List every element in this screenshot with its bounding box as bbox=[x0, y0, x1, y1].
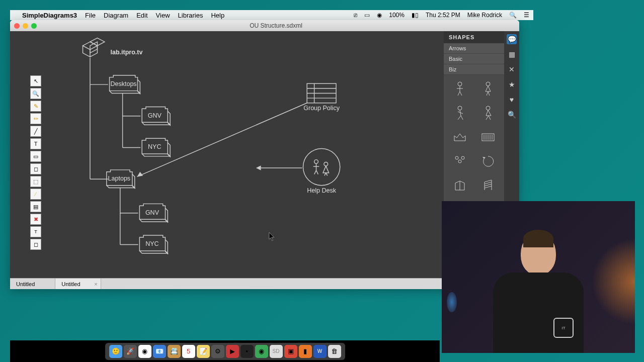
svg-text:NYC: NYC bbox=[148, 143, 161, 150]
shapes-title: SHAPES bbox=[444, 31, 504, 43]
node-nyc-desktops[interactable]: NYC bbox=[142, 138, 170, 157]
close-button[interactable] bbox=[14, 23, 20, 29]
shape-person-male[interactable] bbox=[448, 79, 472, 99]
datetime[interactable]: Thu 2:52 PM bbox=[426, 12, 460, 19]
dock-word[interactable]: W bbox=[313, 345, 327, 358]
panel-star-icon[interactable]: ★ bbox=[507, 79, 517, 89]
screenshare-icon[interactable]: ⎚ bbox=[354, 12, 357, 19]
misc-tool[interactable]: ◻ bbox=[30, 239, 41, 250]
ad-root-icon[interactable]: lab.itpro.tv bbox=[83, 38, 143, 57]
node-gnv-laptops[interactable]: GNV bbox=[139, 204, 168, 222]
svg-line-48 bbox=[489, 116, 491, 120]
dock-finder[interactable]: 🙂 bbox=[109, 345, 122, 358]
zoom-button[interactable] bbox=[31, 23, 37, 29]
app-name[interactable]: SimpleDiagrams3 bbox=[22, 12, 77, 19]
zoom-tool[interactable]: 🔍 bbox=[30, 88, 41, 99]
airplay-icon[interactable]: ▭ bbox=[364, 12, 370, 19]
svg-point-41 bbox=[458, 106, 462, 110]
node-laptops[interactable]: Laptops bbox=[107, 170, 135, 189]
panel-heart-icon[interactable]: ♥ bbox=[507, 95, 517, 105]
svg-line-27 bbox=[316, 170, 318, 174]
presenter-video: IT bbox=[442, 201, 635, 353]
shape-walking-male[interactable] bbox=[448, 103, 472, 123]
shape-person-female[interactable] bbox=[476, 79, 500, 99]
node-group-policy[interactable]: Group Policy bbox=[303, 83, 340, 112]
tab-0[interactable]: Untitled bbox=[10, 279, 55, 289]
cursor-icon bbox=[269, 232, 274, 240]
node-desktops[interactable]: Desktops bbox=[110, 75, 140, 94]
svg-line-40 bbox=[488, 92, 490, 96]
menu-view[interactable]: View bbox=[156, 12, 170, 19]
shape-building-2[interactable] bbox=[476, 175, 500, 196]
dock-chrome[interactable]: ◉ bbox=[138, 345, 151, 358]
svg-line-39 bbox=[487, 92, 488, 96]
titlebar[interactable]: OU Structure.sdxml bbox=[10, 20, 519, 31]
panel-chat-icon[interactable]: 💬 bbox=[507, 34, 517, 44]
svg-text:Desktops: Desktops bbox=[110, 80, 136, 87]
svg-text:GNV: GNV bbox=[148, 112, 162, 119]
menu-diagram[interactable]: Diagram bbox=[104, 12, 128, 19]
eraser-tool[interactable]: ∕ bbox=[30, 189, 41, 200]
dock-contacts[interactable]: 📇 bbox=[168, 345, 181, 358]
menu-libraries[interactable]: Libraries bbox=[178, 12, 203, 19]
node-gnv-desktops[interactable]: GNV bbox=[142, 107, 170, 125]
svg-point-33 bbox=[458, 82, 462, 86]
node-nyc-laptops[interactable]: NYC bbox=[139, 235, 168, 254]
marker-tool[interactable]: ✏ bbox=[30, 113, 41, 124]
menu-edit[interactable]: Edit bbox=[136, 12, 147, 19]
shape-cycle[interactable] bbox=[476, 151, 500, 171]
shape-crown[interactable] bbox=[448, 127, 472, 147]
menu-file[interactable]: File bbox=[85, 12, 96, 19]
wifi-icon[interactable]: ◉ bbox=[377, 12, 382, 19]
window-title: OU Structure.sdxml bbox=[37, 22, 515, 29]
dock-notes[interactable]: 📝 bbox=[197, 345, 210, 358]
shape-building-1[interactable] bbox=[448, 175, 472, 196]
shape-group[interactable] bbox=[448, 151, 472, 171]
card-tool[interactable]: ▤ bbox=[30, 201, 41, 212]
menu-help[interactable]: Help bbox=[211, 12, 224, 19]
svg-point-55 bbox=[455, 156, 458, 159]
dock-app-1[interactable]: ▶ bbox=[226, 345, 239, 358]
menu-icon[interactable]: ☰ bbox=[524, 12, 529, 19]
dock-calendar[interactable]: 5 bbox=[182, 345, 195, 358]
pointer-tool[interactable]: ↖ bbox=[30, 75, 41, 86]
user-name[interactable]: Mike Rodrick bbox=[467, 12, 502, 19]
svg-point-22 bbox=[303, 148, 340, 185]
node-help-desk[interactable]: Help Desk bbox=[303, 148, 340, 194]
pencil-tool[interactable]: ✎ bbox=[30, 101, 41, 112]
dock-simplediagrams[interactable]: SD bbox=[270, 345, 283, 358]
category-biz[interactable]: Biz bbox=[444, 64, 504, 75]
dock-outlook[interactable]: 📧 bbox=[153, 345, 166, 358]
category-basic[interactable]: Basic bbox=[444, 54, 504, 64]
diagram-canvas[interactable]: lab.itpro.tv bbox=[10, 31, 444, 264]
itpro-logo-icon: IT bbox=[553, 318, 574, 338]
shape-tool-2[interactable]: ◻ bbox=[30, 163, 41, 174]
red-tool[interactable]: ✖ bbox=[30, 214, 41, 225]
menubar: SimpleDiagrams3 File Diagram Edit View L… bbox=[10, 10, 533, 20]
dock-app-3[interactable]: ▣ bbox=[284, 345, 297, 358]
svg-text:Help Desk: Help Desk bbox=[307, 187, 336, 194]
shape-tool-3[interactable]: ⬚ bbox=[30, 176, 41, 187]
label-tool[interactable]: T bbox=[30, 226, 41, 237]
shape-tool-1[interactable]: ▭ bbox=[30, 151, 41, 162]
shape-walking-female[interactable] bbox=[476, 103, 500, 123]
dock-launchpad[interactable]: 🚀 bbox=[124, 345, 137, 358]
dock-app-4[interactable]: ▮ bbox=[299, 345, 312, 358]
panel-close-icon[interactable]: ✕ bbox=[507, 64, 517, 74]
dock-trash[interactable]: 🗑 bbox=[328, 345, 341, 358]
tab-1[interactable]: Untitled × bbox=[55, 279, 101, 289]
dock-settings[interactable]: ⚙ bbox=[211, 345, 224, 358]
shape-barcode[interactable] bbox=[476, 127, 500, 147]
svg-line-36 bbox=[458, 92, 460, 96]
left-toolbar: ↖ 🔍 ✎ ✏ ╱ T ▭ ◻ ⬚ ∕ ▤ ✖ T ◻ bbox=[30, 75, 42, 250]
line-tool[interactable]: ╱ bbox=[30, 126, 41, 137]
tab-close-icon[interactable]: × bbox=[94, 281, 97, 287]
minimize-button[interactable] bbox=[23, 23, 28, 29]
category-arrows[interactable]: Arrows bbox=[444, 43, 504, 54]
text-tool[interactable]: T bbox=[30, 138, 41, 149]
dock-app-2[interactable]: ◉ bbox=[255, 345, 268, 358]
spotlight-icon[interactable]: 🔍 bbox=[509, 12, 517, 19]
dock-terminal[interactable]: ▪ bbox=[240, 345, 254, 358]
panel-layers-icon[interactable]: ▦ bbox=[507, 49, 517, 59]
panel-search-icon[interactable]: 🔍 bbox=[507, 110, 517, 120]
